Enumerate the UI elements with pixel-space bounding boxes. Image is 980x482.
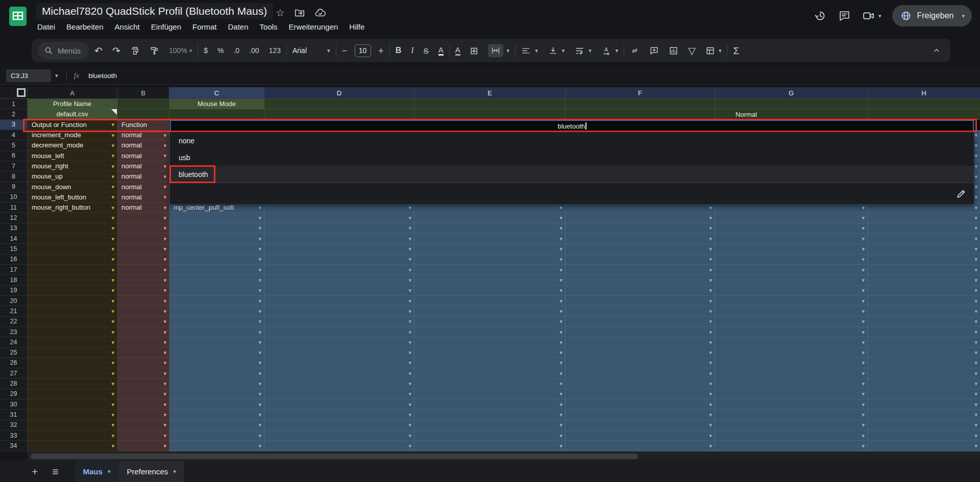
- cell-dropdown-arrow-icon[interactable]: ▾: [862, 257, 865, 262]
- cell-B29[interactable]: ▾: [117, 389, 169, 399]
- cell-dropdown-arrow-icon[interactable]: ▾: [559, 246, 562, 252]
- document-title[interactable]: Michael7820 QuadStick Profil (Bluetooth …: [36, 3, 273, 19]
- cell-C11[interactable]: mp_center_puff_soft▾: [169, 202, 264, 213]
- cell-dropdown-arrow-icon[interactable]: ▾: [163, 215, 166, 221]
- cell-C12[interactable]: ▾: [169, 213, 264, 223]
- cell-B24[interactable]: ▾: [117, 337, 169, 347]
- cell-dropdown-arrow-icon[interactable]: ▾: [862, 246, 865, 252]
- cell-F28[interactable]: ▾: [566, 378, 715, 389]
- sheets-logo-icon[interactable]: [8, 6, 28, 27]
- cell-A13[interactable]: ▾: [28, 223, 117, 234]
- cell-D29[interactable]: ▾: [264, 389, 414, 399]
- cell-H27[interactable]: ▾: [868, 368, 980, 378]
- cell-B2[interactable]: [117, 109, 169, 119]
- row-header-23[interactable]: 23: [0, 327, 28, 337]
- cell-B10[interactable]: normal▾: [117, 192, 169, 202]
- menu-ansicht[interactable]: Ansicht: [109, 21, 145, 32]
- cell-A21[interactable]: ▾: [28, 306, 117, 316]
- cell-E13[interactable]: ▾: [414, 223, 566, 234]
- cell-dropdown-arrow-icon[interactable]: ▾: [258, 422, 261, 428]
- cell-H25[interactable]: ▾: [868, 348, 980, 358]
- all-sheets-button[interactable]: ≡: [52, 466, 58, 477]
- name-box[interactable]: C3:J3: [6, 69, 51, 82]
- cell-dropdown-arrow-icon[interactable]: ▾: [408, 225, 411, 231]
- merge-chevron-icon[interactable]: ▾: [507, 47, 510, 54]
- cell-E30[interactable]: ▾: [414, 399, 566, 410]
- cell-H14[interactable]: ▾: [868, 234, 980, 244]
- cell-B21[interactable]: ▾: [117, 306, 169, 316]
- cell-dropdown-arrow-icon[interactable]: ▾: [111, 329, 114, 335]
- cell-dropdown-arrow-icon[interactable]: ▾: [163, 225, 166, 231]
- row-header-20[interactable]: 20: [0, 296, 28, 306]
- share-menu-chevron-icon[interactable]: ▾: [962, 13, 965, 19]
- cell-dropdown-arrow-icon[interactable]: ▾: [974, 173, 977, 179]
- more-formats-button[interactable]: 123: [269, 47, 281, 54]
- cell-H32[interactable]: ▾: [868, 420, 980, 430]
- cell-dropdown-arrow-icon[interactable]: ▾: [559, 257, 562, 262]
- cell-dropdown-arrow-icon[interactable]: ▾: [709, 412, 712, 418]
- cell-dropdown-arrow-icon[interactable]: ▾: [111, 277, 114, 283]
- cell-B1[interactable]: [117, 99, 169, 109]
- cell-dropdown-arrow-icon[interactable]: ▾: [709, 433, 712, 438]
- sheet-tab-maus[interactable]: Maus ▾: [75, 461, 119, 482]
- cell-F18[interactable]: ▾: [566, 275, 715, 285]
- cell-dropdown-arrow-icon[interactable]: ▾: [408, 298, 411, 303]
- merge-cells-button[interactable]: [488, 44, 503, 57]
- insert-comment-icon[interactable]: [649, 46, 659, 56]
- cell-E19[interactable]: ▾: [414, 286, 566, 296]
- cell-dropdown-arrow-icon[interactable]: ▾: [258, 257, 261, 262]
- cell-B7[interactable]: normal▾: [117, 161, 169, 171]
- cell-E26[interactable]: ▾: [414, 358, 566, 368]
- cell-G29[interactable]: ▾: [715, 389, 868, 399]
- cell-B19[interactable]: ▾: [117, 286, 169, 296]
- cell-B26[interactable]: ▾: [117, 358, 169, 368]
- cell-dropdown-arrow-icon[interactable]: ▾: [862, 205, 865, 210]
- name-box-chevron-icon[interactable]: ▾: [55, 72, 58, 79]
- cell-dropdown-arrow-icon[interactable]: ▾: [974, 288, 977, 293]
- sheet-tab-preferences-chevron-icon[interactable]: ▾: [173, 468, 176, 475]
- cell-dropdown-arrow-icon[interactable]: ▾: [709, 370, 712, 376]
- cell-A19[interactable]: ▾: [28, 286, 117, 296]
- cell-dropdown-arrow-icon[interactable]: ▾: [709, 246, 712, 252]
- cell-A16[interactable]: ▾: [28, 255, 117, 265]
- cell-dropdown-arrow-icon[interactable]: ▾: [862, 267, 865, 272]
- cell-C28[interactable]: ▾: [169, 378, 264, 389]
- video-call-icon[interactable]: [862, 10, 875, 22]
- cell-B6[interactable]: normal▾: [117, 151, 169, 161]
- cell-dropdown-arrow-icon[interactable]: ▾: [974, 267, 977, 272]
- cell-F25[interactable]: ▾: [566, 348, 715, 358]
- col-header-D[interactable]: D: [264, 87, 414, 99]
- horizontal-align-icon[interactable]: [521, 46, 531, 56]
- cell-H17[interactable]: ▾: [868, 265, 980, 275]
- cell-G24[interactable]: ▾: [715, 337, 868, 347]
- cell-B31[interactable]: ▾: [117, 410, 169, 420]
- cell-dropdown-arrow-icon[interactable]: ▾: [111, 422, 114, 428]
- cell-dropdown-arrow-icon[interactable]: ▾: [258, 267, 261, 272]
- cell-A32[interactable]: ▾: [28, 420, 117, 430]
- cell-dropdown-arrow-icon[interactable]: ▾: [709, 205, 712, 210]
- cell-H22[interactable]: ▾: [868, 317, 980, 327]
- cell-D12[interactable]: ▾: [264, 213, 414, 223]
- cell-dropdown-arrow-icon[interactable]: ▾: [862, 360, 865, 366]
- cell-dropdown-arrow-icon[interactable]: ▾: [559, 267, 562, 272]
- text-rotation-chevron-icon[interactable]: ▾: [616, 47, 619, 54]
- row-header-7[interactable]: 7: [0, 161, 28, 171]
- cell-F2[interactable]: [566, 109, 715, 119]
- cell-dropdown-arrow-icon[interactable]: ▾: [862, 412, 865, 418]
- cell-A23[interactable]: ▾: [28, 327, 117, 337]
- comments-icon[interactable]: [838, 10, 851, 22]
- cell-G1[interactable]: [715, 99, 868, 109]
- cell-dropdown-arrow-icon[interactable]: ▾: [709, 360, 712, 366]
- cell-dropdown-arrow-icon[interactable]: ▾: [709, 236, 712, 241]
- cell-A20[interactable]: ▾: [28, 296, 117, 306]
- cell-dropdown-arrow-icon[interactable]: ▾: [974, 433, 977, 438]
- cell-dropdown-arrow-icon[interactable]: ▾: [559, 443, 562, 448]
- cell-G20[interactable]: ▾: [715, 296, 868, 306]
- cell-dropdown-arrow-icon[interactable]: ▾: [974, 163, 977, 169]
- cell-dropdown-arrow-icon[interactable]: ▾: [163, 173, 166, 179]
- cell-F33[interactable]: ▾: [566, 430, 715, 441]
- cell-dropdown-arrow-icon[interactable]: ▾: [709, 308, 712, 314]
- cell-dropdown-arrow-icon[interactable]: ▾: [559, 412, 562, 418]
- row-header-26[interactable]: 26: [0, 358, 28, 368]
- cell-dropdown-arrow-icon[interactable]: ▾: [408, 288, 411, 293]
